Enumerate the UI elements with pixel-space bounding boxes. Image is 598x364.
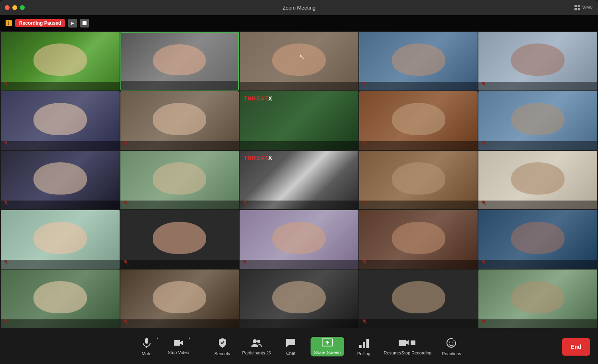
participant-name-bar <box>359 141 478 150</box>
participants-icon <box>251 338 262 349</box>
participant-name-bar <box>478 141 597 150</box>
video-cell <box>240 210 358 269</box>
participant-name-bar <box>1 82 120 91</box>
video-cell: ↖ <box>240 32 358 91</box>
polling-label: Polling <box>357 351 370 356</box>
video-cell <box>478 32 597 91</box>
participants-button[interactable]: Participants 25 <box>238 329 275 364</box>
face-silhouette <box>33 43 87 76</box>
face-silhouette <box>392 103 445 135</box>
video-cell <box>120 151 239 209</box>
toolbar: ▲ Mute ▲ Stop Video Security <box>0 329 598 364</box>
resume-stop-recording-label: Resume/Stop Recording <box>384 350 432 355</box>
svg-rect-2 <box>574 8 577 10</box>
mute-button[interactable]: ▲ Mute <box>131 329 163 364</box>
polling-button[interactable]: Polling <box>348 329 380 364</box>
svg-rect-56 <box>366 339 369 348</box>
share-screen-inner: Share Screen <box>311 337 344 356</box>
chat-button[interactable]: Chat <box>275 329 307 364</box>
participant-name-bar <box>240 141 358 150</box>
participant-name-bar <box>359 82 478 91</box>
resume-recording-button[interactable]: ▶ <box>68 19 77 28</box>
recording-badge: Recording Paused <box>15 19 65 27</box>
face-silhouette <box>153 162 206 195</box>
svg-rect-0 <box>574 5 577 7</box>
close-button[interactable] <box>5 5 10 10</box>
svg-text:!: ! <box>8 21 10 25</box>
security-button[interactable]: Security <box>207 329 238 364</box>
end-button[interactable]: End <box>562 338 590 356</box>
camera-icon <box>173 339 184 348</box>
stop-icon <box>83 21 87 25</box>
participant-name-bar <box>1 260 120 269</box>
face-silhouette <box>153 281 206 313</box>
stop-video-button[interactable]: ▲ Stop Video <box>163 329 195 364</box>
svg-rect-57 <box>399 340 406 346</box>
face-silhouette <box>392 281 445 313</box>
mute-caret: ▲ <box>156 336 159 340</box>
share-screen-icon <box>322 338 333 349</box>
svg-rect-55 <box>363 342 365 348</box>
face-silhouette <box>33 103 87 135</box>
participant-name-bar <box>359 319 478 328</box>
participant-name-bar <box>478 260 597 269</box>
participant-name-bar <box>1 141 120 150</box>
svg-rect-1 <box>578 5 580 7</box>
video-cell <box>1 270 120 328</box>
participant-name-bar <box>478 201 597 209</box>
video-cell: THREATX <box>240 91 358 150</box>
warning-icon: ! <box>7 21 11 25</box>
video-cell <box>120 91 239 150</box>
minimize-button[interactable] <box>12 5 17 10</box>
video-cell <box>240 270 358 328</box>
svg-text:+: + <box>453 338 455 342</box>
view-label: View <box>582 5 592 10</box>
participant-name-bar <box>359 260 478 269</box>
participant-name-bar <box>1 201 120 209</box>
face-silhouette <box>392 162 445 195</box>
face-silhouette <box>511 103 565 135</box>
face-silhouette <box>33 281 87 313</box>
resume-stop-recording-button[interactable]: Resume/Stop Recording <box>380 329 436 364</box>
video-cell <box>478 91 597 150</box>
microphone-icon <box>142 338 151 350</box>
face-silhouette <box>33 162 87 195</box>
video-grid: ↖ THREATX <box>0 31 598 329</box>
participant-name-bar <box>240 82 358 91</box>
grid-icon <box>574 5 580 10</box>
view-button[interactable]: View <box>574 5 592 10</box>
video-cell <box>120 32 239 91</box>
traffic-lights <box>5 5 25 10</box>
svg-rect-54 <box>359 345 362 348</box>
video-cell <box>359 210 478 269</box>
share-screen-button[interactable]: Share Screen ▲ <box>307 329 348 364</box>
window-title: Zoom Meeting <box>282 5 315 11</box>
chat-label: Chat <box>286 351 295 356</box>
threatx-logo: THREATX <box>244 95 272 102</box>
reactions-label: Reactions <box>442 351 461 356</box>
reactions-button[interactable]: + Reactions <box>435 329 467 364</box>
participant-name-bar <box>120 141 239 150</box>
stop-recording-button[interactable] <box>80 19 89 28</box>
svg-rect-50 <box>174 340 180 346</box>
play-icon: ▶ <box>71 21 74 25</box>
face-silhouette <box>511 281 565 313</box>
face-silhouette <box>153 222 206 254</box>
share-screen-caret: ▲ <box>342 336 345 340</box>
face-silhouette <box>153 103 206 135</box>
video-cell <box>478 210 597 269</box>
mute-label: Mute <box>142 351 151 356</box>
face-silhouette <box>511 43 565 76</box>
participant-name-bar <box>240 260 358 269</box>
maximize-button[interactable] <box>20 5 25 10</box>
recording-controls-icon <box>399 338 416 349</box>
face-silhouette <box>33 222 87 254</box>
participant-name-bar <box>478 82 597 91</box>
video-cell <box>1 210 120 269</box>
face-silhouette <box>511 222 565 254</box>
video-cell <box>359 91 478 150</box>
participant-name-bar <box>478 319 597 328</box>
video-cell <box>359 270 478 328</box>
svg-point-51 <box>253 339 257 343</box>
face-silhouette <box>511 162 565 195</box>
